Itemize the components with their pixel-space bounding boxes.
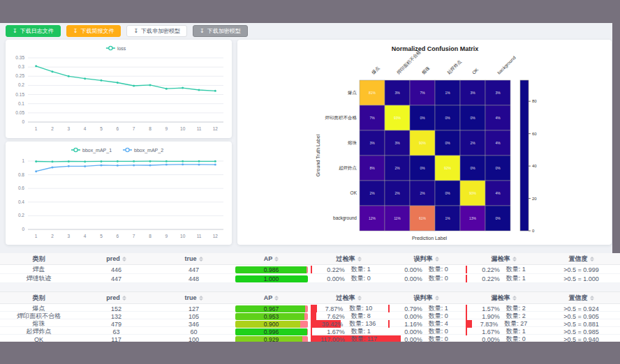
svg-text:background: background — [333, 215, 357, 221]
confidence-value: >0.5 = 0.999 — [563, 266, 599, 273]
download-report-button[interactable]: ↧ 下载简报文件 — [66, 25, 121, 37]
sort-caret-icon[interactable] — [435, 296, 439, 301]
col-header-label: true — [184, 294, 196, 301]
svg-text:12%: 12% — [369, 216, 376, 220]
col-header-true[interactable]: true — [155, 294, 232, 301]
col-header-label: 误判率 — [414, 255, 433, 264]
sort-caret-icon[interactable] — [199, 257, 203, 261]
download-encrypted-model-button[interactable]: ↧ 下载加密模型 — [193, 25, 248, 37]
sort-caret-icon[interactable] — [357, 257, 362, 261]
svg-text:81%: 81% — [369, 91, 376, 95]
miss-rate-bar — [466, 275, 467, 282]
col-header-class: 类别 — [0, 255, 78, 264]
matrix-cell: 4% — [485, 105, 510, 130]
window-bottom-bar — [0, 342, 620, 364]
col-header-confidence[interactable]: 置信度 — [542, 294, 620, 303]
button-label: 下载加密模型 — [207, 27, 241, 35]
cell-true: 447 — [155, 265, 232, 274]
confidence-value: >0.5 = 1.000 — [563, 275, 599, 282]
pred-value: 446 — [111, 266, 121, 273]
sort-caret-icon[interactable] — [512, 296, 517, 301]
svg-text:0%: 0% — [420, 116, 425, 120]
ap-value: 0.929 — [235, 336, 308, 343]
pred-value: 132 — [111, 313, 121, 320]
svg-text:1%: 1% — [445, 91, 450, 95]
cell-ap: 0.953 — [232, 312, 310, 321]
col-header-true[interactable]: true — [155, 255, 232, 262]
col-header-pred[interactable]: pred — [78, 255, 155, 262]
col-header-over-rate[interactable]: 过检率 — [310, 255, 388, 264]
app-root: ↧ 下载日志文件 ↧ 下载简报文件 ↧ 下载非加密模型 ↧ 下载加密模型 00.… — [0, 0, 620, 364]
sort-caret-icon[interactable] — [274, 257, 279, 261]
confidence-value: >0.5 = 0.924 — [563, 305, 599, 312]
col-header-miss-rate[interactable]: 漏检率 — [465, 255, 542, 264]
over-rate: 7.87% — [325, 305, 344, 312]
cell-pred: 446 — [78, 265, 155, 274]
matrix-cell: 92% — [435, 156, 460, 181]
svg-text:起焊炸点: 起焊炸点 — [446, 59, 463, 75]
pred-value: 447 — [111, 275, 121, 282]
svg-text:0%: 0% — [470, 166, 475, 170]
svg-text:0.2: 0.2 — [18, 213, 24, 218]
table-row: 焊印面积不合格1321050.9537.62%数量: 80.00%数量: 01.… — [0, 312, 620, 319]
ap-value: 1.000 — [235, 275, 308, 282]
sort-caret-icon[interactable] — [199, 296, 203, 301]
col-header-pred[interactable]: pred — [78, 294, 155, 301]
col-header-miss-rate[interactable]: 漏检率 — [465, 294, 542, 303]
col-header-label: 误判率 — [414, 294, 433, 303]
svg-text:4%: 4% — [495, 116, 501, 120]
svg-text:12: 12 — [213, 126, 219, 131]
matrix-cell: 81% — [360, 80, 385, 105]
sort-caret-icon[interactable] — [590, 257, 594, 261]
cell-mis: 0.00%数量: 0 — [388, 265, 465, 274]
download-log-button[interactable]: ↧ 下载日志文件 — [6, 25, 61, 37]
download-plain-model-button[interactable]: ↧ 下载非加密模型 — [126, 25, 187, 37]
svg-text:3: 3 — [68, 234, 71, 238]
sort-caret-icon[interactable] — [435, 257, 439, 261]
miss-rate: 7.83% — [480, 321, 499, 328]
miss-rate: 0.22% — [482, 266, 500, 273]
svg-text:OK: OK — [471, 67, 480, 75]
svg-text:7: 7 — [133, 234, 135, 238]
download-icon: ↧ — [13, 29, 17, 34]
svg-text:8: 8 — [149, 126, 152, 131]
col-header-mis-rate[interactable]: 误判率 — [388, 294, 465, 303]
svg-text:2%: 2% — [394, 191, 400, 195]
col-header-mis-rate[interactable]: 误判率 — [388, 255, 465, 264]
col-header-confidence[interactable]: 置信度 — [542, 255, 620, 264]
mis-count: 数量: 0 — [429, 335, 448, 344]
miss-rate: 1.57% — [482, 305, 500, 312]
svg-text:8: 8 — [149, 234, 152, 238]
col-header-label: 漏检率 — [492, 255, 510, 264]
pred-value: 479 — [111, 321, 121, 328]
button-label: 下载简报文件 — [80, 27, 114, 35]
col-header-ap[interactable]: AP — [232, 294, 310, 301]
col-header-over-rate[interactable]: 过检率 — [310, 294, 388, 303]
sort-caret-icon[interactable] — [512, 257, 517, 261]
col-header-label: 置信度 — [569, 255, 588, 264]
legend-item-bbox_mAP_1[interactable]: bbox_mAP_1 — [71, 148, 112, 153]
sort-caret-icon[interactable] — [122, 257, 126, 261]
sort-caret-icon[interactable] — [122, 296, 126, 301]
svg-text:0%: 0% — [445, 141, 450, 145]
col-header-ap[interactable]: AP — [232, 255, 310, 262]
sort-caret-icon[interactable] — [357, 296, 362, 301]
loss-line-chart: 00.050.10.150.20.250.30.3512345678910111… — [6, 40, 232, 138]
sort-caret-icon[interactable] — [590, 296, 594, 301]
svg-text:Normalized Confusion Matrix: Normalized Confusion Matrix — [392, 45, 479, 52]
over-rate: 0.00% — [327, 275, 345, 282]
sort-caret-icon[interactable] — [274, 296, 279, 301]
legend-item-loss[interactable]: loss — [106, 46, 126, 51]
legend-item-bbox_mAP_2[interactable]: bbox_mAP_2 — [123, 148, 163, 153]
matrix-cell: 2% — [410, 181, 435, 206]
cell-ap: 0.900 — [232, 319, 310, 328]
matrix-cell: 3% — [460, 80, 485, 105]
svg-text:13%: 13% — [469, 216, 477, 220]
over-count: 数量: 117 — [351, 335, 377, 344]
true-value: 60 — [190, 328, 197, 335]
miss-count: 数量: 0 — [506, 335, 526, 344]
svg-text:92%: 92% — [444, 166, 452, 170]
over-count: 数量: 1 — [351, 265, 371, 274]
svg-text:12: 12 — [213, 234, 219, 238]
col-header-label: 类别 — [33, 294, 45, 303]
